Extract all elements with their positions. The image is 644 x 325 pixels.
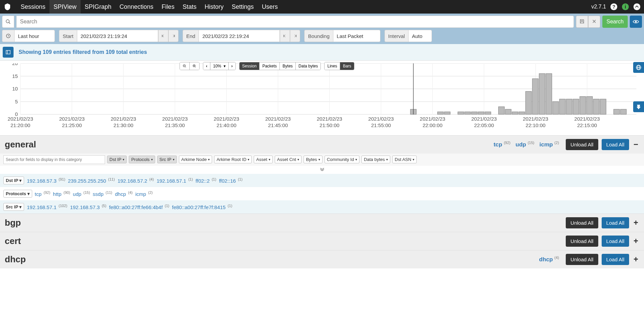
svg-text:21:35:00: 21:35:00 (165, 122, 185, 128)
end-prev-button[interactable] (280, 30, 290, 42)
svg-rect-88 (573, 99, 579, 114)
zoom-in-button[interactable] (190, 62, 199, 70)
chevron-up-icon[interactable] (633, 3, 641, 11)
session-chart[interactable]: 051015202021/02/2321:20:002021/02/2321:2… (3, 63, 641, 131)
nav-tab-files[interactable]: Files (158, 0, 179, 14)
svg-text:22:00:00: 22:00:00 (422, 122, 442, 128)
clear-search-button[interactable] (588, 16, 600, 28)
end-time-input[interactable]: 2021/02/23 22:19:24 (199, 30, 280, 42)
value-link[interactable]: fe80::a00:27ff:fe7f:8415 (172, 204, 226, 210)
metric-data-bytes-button[interactable]: Data bytes (296, 62, 320, 70)
row-dd-dst-ip[interactable]: Dst IP ▾ (3, 177, 24, 184)
field-dd-protocols[interactable]: Protocols ▾ (129, 156, 155, 163)
value-link[interactable]: 192.168.57.1 (27, 204, 57, 210)
nav-tab-settings[interactable]: Settings (228, 0, 258, 14)
pin-button[interactable] (633, 101, 644, 112)
end-next-button[interactable] (290, 30, 300, 42)
zoom-pct-select[interactable]: 10% ▾ (210, 62, 229, 70)
nav-tab-stats[interactable]: Stats (179, 0, 201, 14)
start-time-input[interactable]: 2021/02/23 21:19:24 (77, 30, 158, 42)
field-dd-community-id[interactable]: Community Id ▾ (325, 156, 359, 163)
unload-all-button[interactable]: Unload All (566, 254, 598, 265)
value-link[interactable]: 239.255.255.250 (68, 178, 106, 184)
nav-tab-sessions[interactable]: Sessions (17, 0, 49, 14)
globe-button[interactable] (633, 62, 644, 73)
search-input[interactable] (16, 16, 574, 28)
unload-all-button[interactable]: Unload All (566, 139, 598, 150)
zoom-out-button[interactable] (180, 62, 190, 70)
proto-link-tcp[interactable]: tcp (92) (494, 141, 511, 148)
field-dd-arkime-root-id[interactable]: Arkime Root ID ▾ (214, 156, 252, 163)
proto-link-udp[interactable]: udp (15) (516, 141, 534, 148)
panel-toggle-button[interactable] (3, 47, 14, 58)
expand-icon[interactable]: + (632, 218, 639, 227)
field-dd-dst-asn[interactable]: Dst ASN ▾ (392, 156, 417, 163)
unload-all-button[interactable]: Unload All (566, 236, 598, 247)
views-button[interactable] (630, 16, 642, 28)
style-bars-button[interactable]: Bars (340, 62, 354, 70)
field-dd-dst-ip[interactable]: Dst IP ▾ (107, 156, 127, 163)
field-dd-asset-cnt[interactable]: Asset Cnt ▾ (275, 156, 302, 163)
svg-rect-11 (6, 50, 10, 54)
pan-left-button[interactable]: ‹ (203, 62, 210, 70)
field-dd-data-bytes[interactable]: Data bytes ▾ (361, 156, 390, 163)
proto-link-icmp[interactable]: icmp (2) (539, 141, 559, 148)
value-link[interactable]: ssdp (93, 191, 104, 197)
style-lines-button[interactable]: Lines (325, 62, 340, 70)
interval-label: Interval (385, 30, 408, 42)
arkime-logo-icon[interactable] (3, 3, 12, 11)
expand-icon[interactable]: + (632, 236, 639, 246)
value-link[interactable]: icmp (135, 191, 146, 197)
row-dd-protocols[interactable]: Protocols ▾ (3, 190, 32, 198)
expand-fields-button[interactable] (0, 166, 644, 174)
bounding-select[interactable]: Last Packet (333, 30, 380, 42)
proto-link-dhcp[interactable]: dhcp (4) (539, 256, 559, 263)
svg-text:22:05:00: 22:05:00 (474, 122, 494, 128)
start-next-button[interactable] (168, 30, 179, 42)
field-dd-asset[interactable]: Asset ▾ (254, 156, 273, 163)
nav-tab-users[interactable]: Users (258, 0, 282, 14)
start-prev-button[interactable] (158, 30, 168, 42)
value-link[interactable]: dhcp (115, 191, 126, 197)
svg-text:i: i (625, 4, 626, 9)
value-link[interactable]: fe80::a00:27ff:fe66:4b4f (109, 204, 163, 210)
svg-text:21:25:00: 21:25:00 (62, 122, 82, 128)
interval-select[interactable]: Auto (408, 30, 432, 42)
nav-tab-connections[interactable]: Connections (116, 0, 158, 14)
field-dd-arkime-node[interactable]: Arkime Node ▾ (179, 156, 212, 163)
nav-tab-history[interactable]: History (201, 0, 228, 14)
value-link[interactable]: 192.168.57.3 (27, 178, 57, 184)
value-link[interactable]: ff02::2 (195, 178, 209, 184)
load-all-button[interactable]: Load All (602, 254, 629, 265)
start-label: Start (59, 30, 77, 42)
svg-point-4 (633, 3, 640, 10)
expand-icon[interactable]: + (632, 255, 639, 264)
value-link[interactable]: 192.168.57.1 (157, 178, 186, 184)
load-all-button[interactable]: Load All (602, 139, 629, 150)
search-button[interactable]: Search (602, 16, 628, 28)
value-link[interactable]: 192.168.57.2 (118, 178, 147, 184)
field-dd-src-ip[interactable]: Src IP ▾ (157, 156, 177, 163)
save-search-button[interactable] (576, 16, 588, 28)
help-icon[interactable]: ? (610, 3, 618, 11)
nav-tab-spigraph[interactable]: SPIGraph (81, 0, 116, 14)
field-search-input[interactable] (3, 155, 105, 164)
unload-all-button[interactable]: Unload All (566, 217, 598, 228)
pan-right-button[interactable]: › (229, 62, 235, 70)
value-link[interactable]: tcp (35, 191, 42, 197)
metric-packets-button[interactable]: Packets (259, 62, 280, 70)
value-link[interactable]: udp (73, 191, 81, 197)
time-range-select[interactable]: Last hour (14, 30, 55, 42)
value-link[interactable]: http (53, 191, 61, 197)
nav-tab-spiview[interactable]: SPIView (49, 0, 81, 14)
metric-session-button[interactable]: Session (240, 62, 260, 70)
row-dd-src-ip[interactable]: Src IP ▾ (3, 203, 24, 211)
collapse-icon[interactable]: − (632, 140, 639, 149)
info-icon[interactable]: i (622, 3, 629, 11)
field-dd-bytes[interactable]: Bytes ▾ (304, 156, 323, 163)
metric-bytes-button[interactable]: Bytes (280, 62, 296, 70)
value-link[interactable]: ff02::16 (219, 178, 236, 184)
value-link[interactable]: 192.168.57.3 (70, 204, 100, 210)
load-all-button[interactable]: Load All (602, 217, 629, 228)
load-all-button[interactable]: Load All (602, 236, 629, 247)
